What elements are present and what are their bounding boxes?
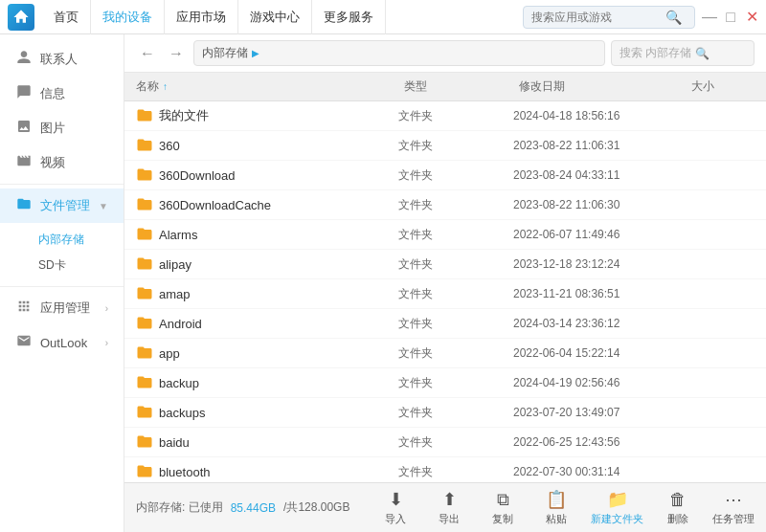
folder-icon bbox=[136, 284, 153, 303]
folder-icon bbox=[136, 432, 153, 452]
sidebar-section-main: 联系人 信息 图片 视 bbox=[0, 34, 124, 367]
forward-button[interactable]: → bbox=[165, 42, 188, 65]
window-controls: — □ ✕ bbox=[703, 11, 758, 24]
used-storage: 85.44GB bbox=[231, 501, 276, 515]
sidebar-photos-label: 图片 bbox=[40, 120, 65, 137]
sidebar-sd-card[interactable]: SD卡 bbox=[31, 253, 124, 278]
import-button[interactable]: ⬇ 导入 bbox=[376, 489, 415, 526]
file-list: 我的文件 文件夹 2024-04-18 18:56:16 360 文件夹 202… bbox=[124, 101, 766, 482]
minimize-button[interactable]: — bbox=[703, 11, 716, 24]
table-row[interactable]: backups 文件夹 2023-07-20 13:49:07 bbox=[124, 398, 766, 428]
app-logo bbox=[8, 4, 34, 31]
export-button[interactable]: ⬆ 导出 bbox=[430, 489, 468, 526]
file-date: 2023-07-20 13:49:07 bbox=[513, 406, 686, 419]
main-nav: 首页 我的设备 应用市场 游戏中心 更多服务 bbox=[42, 0, 515, 34]
new-folder-icon: 📁 bbox=[607, 489, 628, 510]
sidebar-divider-1 bbox=[0, 184, 124, 185]
table-row[interactable]: 360Download 文件夹 2023-08-24 04:33:11 bbox=[124, 161, 766, 190]
sidebar-item-app-manager[interactable]: 应用管理 › bbox=[0, 291, 124, 325]
folder-icon bbox=[136, 462, 153, 481]
table-row[interactable]: app 文件夹 2022-06-04 15:22:14 bbox=[124, 339, 766, 368]
nav-game-center[interactable]: 游戏中心 bbox=[238, 0, 312, 34]
table-row[interactable]: alipay 文件夹 2023-12-18 23:12:24 bbox=[124, 250, 766, 279]
total-storage: /共128.00GB bbox=[283, 499, 349, 516]
sidebar-item-file-manager[interactable]: 文件管理 ▼ bbox=[0, 188, 124, 223]
table-row[interactable]: amap 文件夹 2023-11-21 08:36:51 bbox=[124, 279, 766, 309]
file-date: 2022-06-04 15:22:14 bbox=[513, 346, 686, 360]
file-name: amap bbox=[159, 287, 398, 301]
folder-icon bbox=[136, 373, 153, 392]
storage-label: 内部存储: 已使用 bbox=[136, 499, 223, 516]
nav-app-market[interactable]: 应用市场 bbox=[165, 0, 238, 34]
export-icon: ⬆ bbox=[442, 489, 457, 510]
content-search-placeholder: 搜索 内部存储 bbox=[620, 45, 691, 61]
table-row[interactable]: 360 文件夹 2023-08-22 11:06:31 bbox=[124, 131, 766, 161]
sidebar-outlook-label: OutLook bbox=[40, 336, 87, 350]
videos-icon bbox=[15, 153, 33, 172]
copy-button[interactable]: ⧉ 复制 bbox=[484, 490, 522, 526]
maximize-button[interactable]: □ bbox=[724, 11, 737, 24]
path-label: 内部存储 bbox=[202, 45, 248, 61]
sidebar-item-photos[interactable]: 图片 bbox=[0, 111, 124, 145]
sidebar-file-sub: 内部存储 SD卡 bbox=[0, 223, 124, 282]
file-type: 文件夹 bbox=[398, 197, 513, 213]
sidebar-messages-label: 信息 bbox=[40, 85, 65, 102]
folder-icon bbox=[136, 314, 153, 333]
nav-my-device[interactable]: 我的设备 bbox=[91, 0, 165, 34]
table-row[interactable]: Android 文件夹 2024-03-14 23:36:12 bbox=[124, 309, 766, 339]
global-search[interactable]: 🔍 bbox=[523, 6, 695, 29]
sidebar-file-manager-label: 文件管理 bbox=[40, 197, 90, 214]
close-button[interactable]: ✕ bbox=[745, 11, 758, 24]
table-row[interactable]: baidu 文件夹 2022-06-25 12:43:56 bbox=[124, 428, 766, 457]
file-name: Android bbox=[159, 317, 398, 331]
sidebar-item-contacts[interactable]: 联系人 bbox=[0, 42, 124, 77]
chevron-right-icon-outlook: › bbox=[105, 338, 108, 348]
sidebar-item-messages[interactable]: 信息 bbox=[0, 77, 124, 111]
file-manager-icon bbox=[15, 196, 33, 215]
file-name: 360DownloadCache bbox=[159, 198, 398, 212]
file-toolbar: ← → 内部存储 ▶ 搜索 内部存储 🔍 bbox=[124, 34, 766, 73]
file-type: 文件夹 bbox=[398, 108, 513, 124]
sidebar-internal-storage[interactable]: 内部存储 bbox=[31, 227, 124, 253]
sidebar: 联系人 信息 图片 视 bbox=[0, 34, 124, 532]
new-folder-button[interactable]: 📁 新建文件夹 bbox=[591, 489, 643, 526]
app-manager-icon bbox=[15, 299, 33, 318]
file-name: app bbox=[159, 346, 398, 361]
table-row[interactable]: 我的文件 文件夹 2024-04-18 18:56:16 bbox=[124, 101, 766, 131]
path-bar[interactable]: 内部存储 ▶ bbox=[193, 40, 605, 66]
copy-icon: ⧉ bbox=[497, 490, 509, 510]
table-row[interactable]: backup 文件夹 2024-04-19 02:56:46 bbox=[124, 368, 766, 398]
delete-button[interactable]: 🗑 删除 bbox=[659, 490, 697, 526]
file-date: 2023-08-22 11:06:31 bbox=[513, 139, 686, 152]
search-icon: 🔍 bbox=[665, 10, 682, 25]
col-header-date[interactable]: 修改日期 bbox=[519, 78, 691, 95]
sidebar-app-manager-label: 应用管理 bbox=[40, 299, 90, 317]
table-row[interactable]: Alarms 文件夹 2022-06-07 11:49:46 bbox=[124, 220, 766, 250]
task-manager-button[interactable]: ⋯ 任务管理 bbox=[712, 489, 755, 526]
nav-more-services[interactable]: 更多服务 bbox=[312, 0, 386, 34]
table-row[interactable]: bluetooth 文件夹 2022-07-30 00:31:14 bbox=[124, 457, 766, 482]
file-type: 文件夹 bbox=[398, 256, 513, 273]
content-area: ← → 内部存储 ▶ 搜索 内部存储 🔍 名称 ↑ 类型 修改日期 bbox=[124, 34, 766, 532]
task-manager-icon: ⋯ bbox=[725, 489, 742, 510]
file-date: 2024-04-19 02:56:46 bbox=[513, 376, 686, 389]
file-type: 文件夹 bbox=[398, 138, 513, 154]
global-search-input[interactable] bbox=[531, 11, 665, 24]
table-row[interactable]: 360DownloadCache 文件夹 2023-08-22 11:06:30 bbox=[124, 190, 766, 220]
file-type: 文件夹 bbox=[398, 316, 513, 332]
col-header-type[interactable]: 类型 bbox=[404, 78, 519, 95]
sidebar-item-outlook[interactable]: OutLook › bbox=[0, 325, 124, 360]
col-header-name[interactable]: 名称 ↑ bbox=[136, 78, 404, 95]
file-actions: ⬇ 导入 ⬆ 导出 ⧉ 复制 📋 粘贴 bbox=[376, 489, 755, 526]
file-name: backup bbox=[159, 376, 398, 390]
file-date: 2022-07-30 00:31:14 bbox=[513, 465, 686, 478]
back-button[interactable]: ← bbox=[136, 42, 159, 65]
status-bar: 内部存储: 已使用 85.44GB /共128.00GB ⬇ 导入 ⬆ 导出 ⧉… bbox=[124, 482, 766, 532]
paste-icon: 📋 bbox=[546, 489, 567, 510]
sidebar-item-videos[interactable]: 视频 bbox=[0, 145, 124, 180]
paste-button[interactable]: 📋 粘贴 bbox=[537, 489, 575, 526]
col-header-size[interactable]: 大小 bbox=[691, 78, 755, 95]
content-search[interactable]: 搜索 内部存储 🔍 bbox=[611, 40, 755, 66]
messages-icon bbox=[15, 84, 33, 103]
nav-home[interactable]: 首页 bbox=[42, 0, 91, 34]
